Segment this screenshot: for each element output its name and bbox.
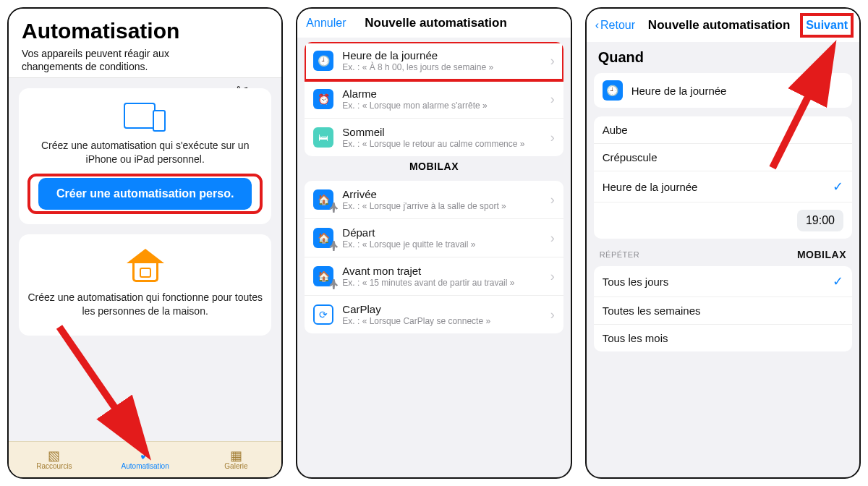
arrive-icon: 🏠 xyxy=(313,189,333,210)
row-alarm[interactable]: ⏰ Alarme Ex. : « Lorsque mon alarme s'ar… xyxy=(305,80,563,119)
chevron-right-icon: › xyxy=(550,92,555,107)
home-icon xyxy=(127,249,164,284)
chevron-left-icon: ‹ xyxy=(595,19,599,32)
nav-title: Nouvelle automatisation xyxy=(648,18,790,33)
repeat-options: Tous les jours ✓ Toutes les semaines Tou… xyxy=(594,266,852,351)
chevron-right-icon: › xyxy=(550,130,555,145)
nav-bar: Annuler Nouvelle automatisation xyxy=(297,9,570,38)
gallery-icon: ▦ xyxy=(230,449,242,462)
brand-watermark: MOBILAX xyxy=(797,249,846,260)
row-before-commute[interactable]: 🏠 Avant mon trajet Ex. : « 15 minutes av… xyxy=(305,257,563,296)
chevron-right-icon: › xyxy=(550,231,555,246)
option-sunset[interactable]: Crépuscule xyxy=(594,144,852,171)
row-carplay[interactable]: ⟳ CarPlay Ex. : « Lorsque CarPlay se con… xyxy=(305,296,563,333)
time-value[interactable]: 19:00 xyxy=(797,210,843,231)
option-time-of-day[interactable]: Heure de la journée ✓ xyxy=(594,171,852,202)
clock-icon: 🕘 xyxy=(313,51,333,71)
devices-icon xyxy=(124,103,167,132)
personal-automation-card: Créez une automatisation qui s'exécute s… xyxy=(19,88,271,224)
commute-icon: 🏠 xyxy=(313,266,333,286)
bed-icon: 🛏 xyxy=(313,127,333,148)
row-time-of-day[interactable]: 🕘 Heure de la journée Ex. : « À 8 h 00, … xyxy=(305,42,563,80)
stack-icon: ▧ xyxy=(48,449,60,462)
repeat-section-label: RÉPÉTER MOBILAX xyxy=(587,243,859,262)
clock-icon: 🕘 xyxy=(603,80,623,101)
card-description: Créez une automatisation qui s'exécute s… xyxy=(27,139,263,166)
when-selected: 🕘 Heure de la journée xyxy=(594,73,852,108)
brand-watermark: MOBILAX xyxy=(305,156,563,176)
tab-gallery[interactable]: ▦ Galerie xyxy=(191,442,282,477)
row-arrive[interactable]: 🏠 Arrivée Ex. : « Lorsque j'arrive à la … xyxy=(305,181,563,219)
nav-title: Nouvelle automatisation xyxy=(365,16,506,30)
repeat-monthly[interactable]: Tous les mois xyxy=(594,325,852,351)
tab-automation[interactable]: ✔ Automatisation xyxy=(100,442,191,477)
row-sleep[interactable]: 🛏 Sommeil Ex. : « Lorsque le retour au c… xyxy=(305,119,563,156)
leave-icon: 🏠 xyxy=(313,228,333,248)
tab-shortcuts[interactable]: ▧ Raccourcis xyxy=(9,442,100,477)
trigger-list-location: 🏠 Arrivée Ex. : « Lorsque j'arrive à la … xyxy=(305,181,563,333)
create-personal-automation-button[interactable]: Créer une automatisation perso. xyxy=(38,178,252,210)
section-when: Quand xyxy=(587,42,859,69)
chevron-right-icon: › xyxy=(550,54,555,69)
row-time-of-day-selected[interactable]: 🕘 Heure de la journée xyxy=(594,73,852,108)
clock-check-icon: ✔ xyxy=(140,449,150,462)
row-leave[interactable]: 🏠 Départ Ex. : « Lorsque je quitte le tr… xyxy=(305,219,563,257)
when-options: Aube Crépuscule Heure de la journée ✓ 19… xyxy=(594,116,852,239)
repeat-weekly[interactable]: Toutes les semaines xyxy=(594,297,852,325)
page-title: Automatisation xyxy=(22,19,268,43)
tab-bar: ▧ Raccourcis ✔ Automatisation ▦ Galerie xyxy=(9,441,281,477)
carplay-icon: ⟳ xyxy=(313,304,333,325)
chevron-right-icon: › xyxy=(550,192,555,208)
chevron-right-icon: › xyxy=(550,307,555,323)
trigger-list-time: 🕘 Heure de la journée Ex. : « À 8 h 00, … xyxy=(305,42,563,156)
highlight-box: Créer une automatisation perso. xyxy=(27,174,263,214)
nav-cancel-button[interactable]: Annuler xyxy=(306,17,346,30)
checkmark-icon: ✓ xyxy=(833,179,843,195)
nav-next-button[interactable]: Suivant xyxy=(803,16,851,35)
nav-bar: ‹ Retour Nouvelle automatisation Suivant xyxy=(587,9,859,42)
annotation-arrow xyxy=(52,320,161,460)
svg-line-0 xyxy=(59,327,139,443)
checkmark-icon: ✓ xyxy=(833,273,843,289)
nav-back-button[interactable]: ‹ Retour xyxy=(595,19,635,32)
option-sunrise[interactable]: Aube xyxy=(594,116,852,144)
alarm-icon: ⏰ xyxy=(313,89,333,109)
card-description: Créez une automatisation qui fonctionne … xyxy=(27,291,263,318)
time-picker-row[interactable]: 19:00 xyxy=(594,202,852,239)
home-automation-card: Créez une automatisation qui fonctionne … xyxy=(19,234,271,336)
chevron-right-icon: › xyxy=(550,269,555,284)
page-subtitle: Vos appareils peuvent réagir aux changem… xyxy=(22,48,195,73)
repeat-daily[interactable]: Tous les jours ✓ xyxy=(594,266,852,297)
